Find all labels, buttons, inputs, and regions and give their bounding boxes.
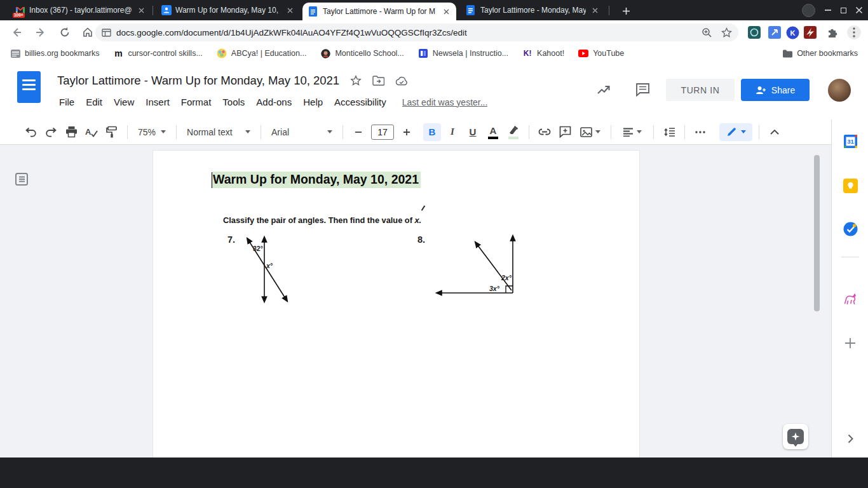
font-select[interactable]: Arial (268, 123, 336, 141)
menu-accessibility[interactable]: Accessibility (329, 95, 392, 109)
explore-button[interactable] (783, 424, 808, 449)
addon-unicorn-icon[interactable] (843, 291, 858, 306)
bookmark-kahoot[interactable]: K! Kahoot! (522, 48, 564, 58)
extension-screenreader-icon[interactable] (747, 25, 761, 39)
menu-addons[interactable]: Add-ons (250, 95, 297, 109)
menu-insert[interactable]: Insert (140, 95, 175, 109)
tab-title: Warm Up for Monday, May 10, 2 (175, 6, 281, 15)
show-outline-icon[interactable] (14, 172, 29, 187)
font-size-input[interactable]: 17 (371, 125, 394, 140)
tab-gmail-inbox[interactable]: 100+ Inbox (367) - taylor.lattimore@b (9, 0, 151, 20)
tab-docs-warmup-active[interactable]: Taylor Lattimore - Warm Up for M (302, 3, 456, 20)
status-circle-icon[interactable] (802, 4, 815, 17)
calendar-icon[interactable]: 31 (843, 133, 858, 149)
close-tab-icon[interactable] (136, 5, 146, 15)
collapse-panel-chevron-icon[interactable] (843, 431, 858, 446)
menu-edit[interactable]: Edit (80, 95, 108, 109)
home-button[interactable] (80, 25, 95, 40)
zoom-select[interactable]: 75% (134, 123, 170, 141)
browser-menu-icon[interactable] (847, 25, 861, 39)
extensions-puzzle-icon[interactable] (825, 25, 839, 39)
extension-red-icon[interactable] (803, 25, 817, 39)
menu-help[interactable]: Help (297, 95, 329, 109)
keep-icon[interactable] (843, 178, 858, 193)
site-info-icon[interactable] (102, 28, 111, 37)
kahoot-icon: K! (522, 48, 532, 58)
bookmark-monticello[interactable]: Monticello School... (320, 48, 403, 58)
highlight-color-button[interactable] (505, 123, 522, 141)
last-edit-link[interactable]: Last edit was yester... (402, 97, 488, 107)
share-button[interactable]: Share (741, 79, 810, 101)
align-button[interactable] (618, 123, 647, 141)
scrollbar-thumb[interactable] (814, 155, 820, 311)
cloud-saved-icon[interactable] (395, 76, 408, 86)
other-bookmarks[interactable]: Other bookmarks (782, 48, 858, 58)
paint-format-button[interactable] (103, 123, 121, 141)
bookmark-cursor-control[interactable]: m cursor-control skills... (113, 48, 202, 58)
print-button[interactable] (62, 123, 80, 141)
extension-share-arrow-icon[interactable] (768, 25, 782, 39)
explore-star-icon (787, 429, 804, 444)
more-options-button[interactable] (691, 123, 709, 141)
add-comment-button[interactable] (556, 123, 574, 141)
turn-in-button[interactable]: TURN IN (666, 79, 735, 101)
maximize-button[interactable] (841, 8, 846, 13)
new-tab-button[interactable] (618, 3, 634, 19)
menu-tools[interactable]: Tools (217, 95, 250, 109)
move-to-folder-icon[interactable] (372, 76, 384, 86)
bookmark-abcya[interactable]: ABCya! | Education... (217, 48, 307, 58)
docs-logo[interactable] (17, 71, 41, 103)
close-tab-icon[interactable] (285, 5, 295, 15)
close-tab-icon[interactable] (441, 6, 451, 17)
collapse-toolbar-button[interactable] (766, 123, 783, 141)
doc-instruction[interactable]: Classify the pair of angles. Then find t… (223, 215, 421, 225)
menu-view[interactable]: View (108, 95, 140, 109)
redo-button[interactable] (42, 123, 60, 141)
bold-button[interactable]: B (423, 123, 441, 141)
doc-heading[interactable]: Warm Up for Monday, May 10, 2021 (212, 172, 421, 188)
share-person-icon (756, 86, 766, 95)
get-addons-plus-icon[interactable] (843, 336, 858, 351)
paragraph-style-select[interactable]: Normal text (183, 123, 254, 141)
chromeos-shelf: Sign out EXTD 1:16 (0, 458, 868, 488)
bookmark-star-icon[interactable] (721, 27, 732, 38)
tasks-icon[interactable] (843, 221, 858, 236)
increase-font-size-button[interactable] (398, 123, 416, 141)
chevron-down-icon (161, 130, 166, 133)
document-stats-icon[interactable] (596, 83, 611, 98)
account-avatar[interactable] (828, 79, 851, 102)
tab-docs-monday[interactable]: Taylor Lattimore - Monday, May (460, 0, 605, 20)
open-comments-icon[interactable] (635, 83, 650, 97)
close-window-button[interactable] (855, 6, 863, 14)
document-title[interactable]: Taylor Lattimore - Warm Up for Monday, M… (57, 74, 339, 88)
back-button[interactable] (9, 25, 24, 40)
tab-title: Taylor Lattimore - Monday, May (480, 6, 586, 15)
url-bar[interactable]: docs.google.com/document/d/1b4UjAdZkWFk0… (95, 24, 738, 41)
document-page[interactable]: Warm Up for Monday, May 10, 2021 Classif… (153, 150, 640, 458)
decrease-font-size-button[interactable] (349, 123, 367, 141)
bookmark-billies[interactable]: billies.org bookmarks (10, 48, 99, 58)
insert-link-button[interactable] (536, 123, 553, 141)
tab-classroom-warmup[interactable]: Warm Up for Monday, May 10, 2 (155, 0, 300, 20)
text-color-button[interactable]: A (484, 123, 502, 141)
angle-label-32: 32° (253, 245, 263, 252)
italic-button[interactable]: I (444, 123, 461, 141)
insert-image-button[interactable] (576, 123, 604, 141)
undo-button[interactable] (22, 123, 39, 141)
zoom-level-icon[interactable] (702, 27, 712, 38)
monticello-icon (320, 48, 330, 58)
reload-button[interactable] (57, 25, 72, 40)
minimize-button[interactable] (824, 6, 832, 14)
close-tab-icon[interactable] (590, 5, 600, 15)
bookmark-youtube[interactable]: YouTube (578, 48, 624, 58)
extension-kami-icon[interactable]: K (785, 25, 799, 39)
underline-button[interactable]: U (464, 123, 482, 141)
menu-file[interactable]: File (53, 95, 80, 109)
bookmark-newsela[interactable]: Newsela | Instructio... (418, 48, 508, 58)
editing-mode-button[interactable] (719, 123, 752, 141)
forward-button[interactable] (33, 25, 48, 40)
star-document-icon[interactable] (350, 75, 362, 86)
spellcheck-button[interactable]: A (83, 123, 100, 141)
menu-format[interactable]: Format (175, 95, 217, 109)
line-spacing-button[interactable] (660, 123, 678, 141)
